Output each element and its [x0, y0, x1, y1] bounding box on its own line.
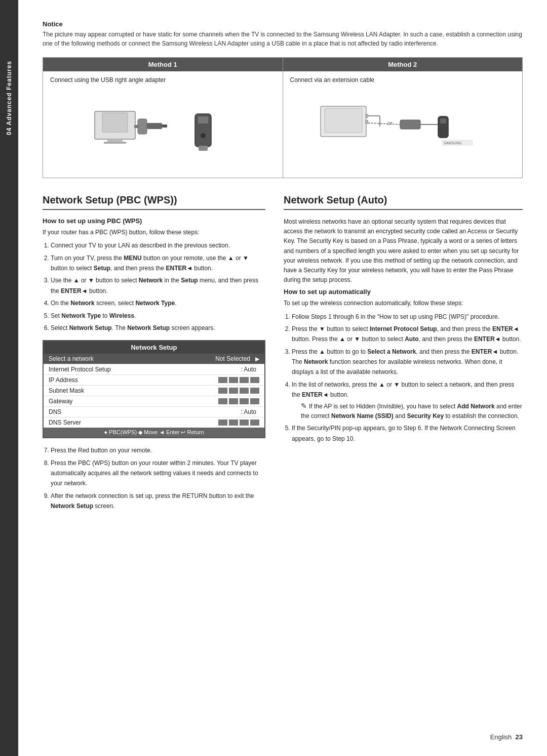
ns-row-dns-server: DNS Server [44, 417, 264, 428]
ns-value-dns: : Auto [241, 408, 256, 415]
pbc-step-7: Press the Red button on your remote. [51, 445, 265, 455]
ns-label-ip-setup: Internet Protocol Setup [49, 366, 241, 373]
pbc-step-9: After the network connection is set up, … [51, 491, 265, 512]
auto-step-4: In the list of networks, press the ▲ or … [292, 380, 523, 421]
network-setup-box-header: Network Setup [44, 341, 264, 354]
svg-rect-4 [138, 119, 147, 134]
ns-label-select: Select a network [49, 355, 215, 362]
svg-line-23 [368, 123, 400, 124]
pbc-step-4: On the Network screen, select Network Ty… [51, 298, 265, 308]
svg-point-10 [201, 133, 206, 138]
ns-row-dns: DNS : Auto [44, 407, 264, 417]
pbc-step-6: Select Network Setup. The Network Setup … [51, 323, 265, 333]
notice-title: Notice [43, 20, 523, 28]
pbc-step-8: Press the PBC (WPS) button on your route… [51, 458, 265, 489]
svg-rect-11 [199, 146, 208, 151]
auto-step-3: Press the ▲ button to go to Select a Net… [292, 347, 523, 377]
page-footer: English 23 [490, 733, 523, 741]
svg-rect-5 [147, 123, 162, 129]
auto-step-2: Press the ▼ button to select Internet Pr… [292, 324, 523, 345]
language-label: English [490, 733, 512, 741]
svg-rect-14 [365, 114, 368, 118]
ns-row-gateway: Gateway [44, 396, 264, 407]
chapter-label: 04 Advanced Features [6, 61, 13, 135]
notice-text: The picture may appear corrupted or have… [43, 30, 523, 48]
method1-col: Method 1 Connect using the USB right ang… [43, 58, 283, 178]
main-content: Notice The picture may appear corrupted … [18, 0, 547, 756]
ns-row-ip-setup: Internet Protocol Setup : Auto [44, 364, 264, 375]
method2-col: Method 2 Connect via an extension cable [283, 58, 523, 178]
svg-rect-3 [104, 142, 126, 144]
notice-section: Notice The picture may appear corrupted … [43, 20, 523, 48]
two-column-layout: Network Setup (PBC (WPS)) How to set up … [43, 194, 523, 514]
auto-steps-intro: To set up the wireless connection automa… [284, 299, 523, 308]
ns-label-dns: DNS [49, 408, 241, 415]
chapter-tab: 04 Advanced Features [0, 0, 18, 756]
svg-rect-22 [440, 118, 446, 123]
method1-dongle-svg [185, 101, 236, 157]
svg-rect-6 [162, 124, 167, 128]
ns-label-gateway: Gateway [49, 398, 218, 405]
pbc-step-5: Set Network Type to Wireless. [51, 311, 265, 321]
auto-step-5: If the Security/PIN pop-up appears, go t… [292, 423, 523, 444]
svg-rect-13 [325, 108, 362, 133]
pbc-steps-after-box: Press the Red button on your remote. Pre… [51, 445, 265, 511]
ns-label-dns-server: DNS Server [49, 419, 218, 426]
svg-rect-2 [107, 139, 123, 142]
ns-blocks-gateway [218, 398, 259, 404]
ns-label-ip: IP Address [49, 376, 218, 384]
ns-value-select: Not Selected [215, 355, 250, 362]
pbc-step-3: Use the ▲ or ▼ button to select Network … [51, 275, 265, 296]
svg-rect-19 [400, 120, 420, 129]
svg-rect-15 [365, 120, 368, 124]
svg-rect-7 [134, 125, 139, 128]
auto-subsection-title: How to set up automatically [284, 288, 523, 296]
ns-arrow-select: ▶ [255, 356, 259, 362]
auto-steps-list: Follow Steps 1 through 6 in the "How to … [292, 312, 523, 444]
auto-step4-note: ✎If the AP is set to Hidden (Invisible),… [301, 400, 523, 422]
auto-section-title: Network Setup (Auto) [284, 194, 523, 210]
page-wrapper: 04 Advanced Features Notice The picture … [0, 0, 547, 756]
ns-value-ip-setup: : Auto [241, 366, 256, 373]
ns-row-select-network: Select a network Not Selected ▶ [44, 354, 264, 364]
pbc-section-title: Network Setup (PBC (WPS)) [43, 194, 265, 210]
pbc-intro: If your router has a PBC (WPS) button, f… [43, 228, 265, 237]
ns-row-ip-address: IP Address [44, 375, 264, 386]
svg-text:or: or [387, 120, 393, 126]
method2-header: Method 2 [283, 58, 523, 71]
pbc-subsection-title: How to set up using PBC (WPS) [43, 217, 265, 225]
auto-intro: Most wireless networks have an optional … [284, 217, 523, 285]
method1-header: Method 1 [43, 58, 283, 71]
ns-label-subnet: Subnet Mask [49, 387, 218, 394]
pbc-steps-list: Connect your TV to your LAN as described… [51, 240, 265, 333]
method2-diagram: or [290, 89, 516, 170]
ns-blocks-dns-server [218, 419, 259, 426]
svg-rect-9 [198, 116, 208, 123]
ns-blocks-ip [218, 377, 259, 383]
network-setup-box-body: Select a network Not Selected ▶ Internet… [44, 354, 264, 428]
methods-table: Method 1 Connect using the USB right ang… [43, 57, 523, 178]
method1-desc: Connect using the USB right angle adapte… [50, 76, 276, 83]
method1-svg [90, 101, 181, 157]
ns-blocks-subnet [218, 388, 259, 394]
pbc-step-1: Connect your TV to your LAN as described… [51, 240, 265, 250]
svg-rect-1 [102, 113, 128, 132]
method2-desc: Connect via an extension cable [290, 76, 516, 83]
pbc-step-2: Turn on your TV, press the MENU button o… [51, 253, 265, 274]
method1-body: Connect using the USB right angle adapte… [43, 71, 283, 178]
page-number: 23 [516, 733, 523, 741]
auto-step-1: Follow Steps 1 through 6 in the "How to … [292, 312, 523, 322]
method2-svg: or [317, 99, 489, 159]
method2-body: Connect via an extension cable or [283, 71, 523, 178]
auto-section: Network Setup (Auto) Most wireless netwo… [284, 194, 523, 446]
pbc-section: Network Setup (PBC (WPS)) How to set up … [43, 194, 265, 514]
note-icon: ✎ [301, 402, 307, 410]
network-setup-box: Network Setup Select a network Not Selec… [43, 340, 265, 438]
network-setup-footer: ● PBC(WPS) ◆ Move ◄ Enter ↩ Return [44, 428, 264, 437]
ns-row-subnet: Subnet Mask [44, 386, 264, 396]
method1-diagram [50, 89, 276, 170]
svg-text:SAMSUNG: SAMSUNG [444, 141, 461, 145]
